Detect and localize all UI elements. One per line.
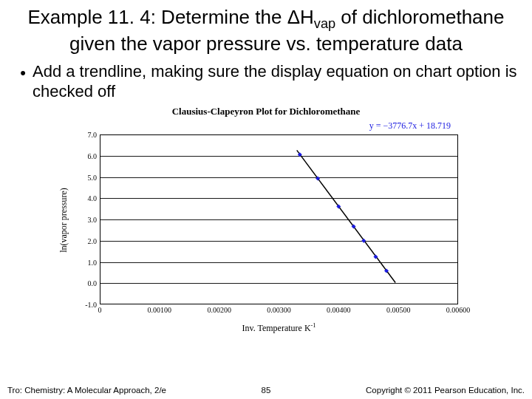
x-tick: 0.00300 bbox=[267, 306, 291, 314]
chart-title: Clausius-Clapeyron Plot for Dichlorometh… bbox=[59, 106, 473, 117]
trendline-equation: y = −3776.7x + 18.719 bbox=[59, 120, 473, 132]
plot-area: -1.00.01.02.03.04.05.06.07.0 00.001000.0… bbox=[100, 134, 458, 304]
svg-line-0 bbox=[297, 151, 395, 283]
x-tick: 0.00500 bbox=[386, 306, 411, 314]
slide: Example 11. 4: Determine the ΔHvap of di… bbox=[0, 0, 532, 399]
y-tick: 6.0 bbox=[75, 151, 97, 160]
y-tick: 3.0 bbox=[75, 216, 97, 224]
y-tick: 5.0 bbox=[75, 173, 97, 181]
y-tick: 0.0 bbox=[75, 279, 97, 287]
bullet-dot-icon: • bbox=[13, 62, 33, 81]
chart: Clausius-Clapeyron Plot for Dichlorometh… bbox=[59, 106, 473, 335]
x-tick: 0.00600 bbox=[446, 306, 471, 314]
y-tick: 1.0 bbox=[75, 258, 97, 266]
bullet-item: • Add a trendline, making sure the displ… bbox=[13, 62, 519, 101]
y-ticks: -1.00.01.02.03.04.05.06.07.0 bbox=[75, 134, 97, 304]
plot-svg bbox=[100, 134, 458, 304]
footer-left: Tro: Chemistry: A Molecular Approach, 2/… bbox=[7, 386, 166, 395]
y-tick: -1.0 bbox=[75, 301, 97, 309]
x-tick: 0.00200 bbox=[207, 306, 231, 314]
y-tick: 7.0 bbox=[75, 131, 97, 139]
slide-title: Example 11. 4: Determine the ΔHvap of di… bbox=[13, 6, 519, 55]
title-H: H bbox=[300, 6, 314, 28]
x-axis-label: Inv. Temperature K-1 bbox=[100, 322, 458, 334]
title-delta: Δ bbox=[287, 6, 300, 28]
x-tick: 0 bbox=[98, 306, 102, 314]
title-sub: vap bbox=[314, 16, 335, 31]
x-tick: 0.00400 bbox=[327, 306, 351, 314]
x-ticks: 00.001000.002000.003000.004000.005000.00… bbox=[100, 306, 458, 316]
y-axis-label: ln(vapor pressure) bbox=[58, 188, 69, 253]
y-tick: 2.0 bbox=[75, 236, 97, 245]
bullet-text: Add a trendline, making sure the display… bbox=[33, 62, 519, 101]
y-tick: 4.0 bbox=[75, 194, 97, 202]
x-tick: 0.00100 bbox=[148, 306, 172, 314]
footer-page: 85 bbox=[262, 386, 271, 395]
x-axis-label-text: Inv. Temperature K bbox=[242, 323, 310, 333]
x-axis-label-sup: -1 bbox=[311, 322, 316, 329]
footer-right: Copyright © 2011 Pearson Education, Inc. bbox=[366, 386, 525, 395]
title-pre: Example 11. 4: Determine the bbox=[27, 6, 287, 28]
